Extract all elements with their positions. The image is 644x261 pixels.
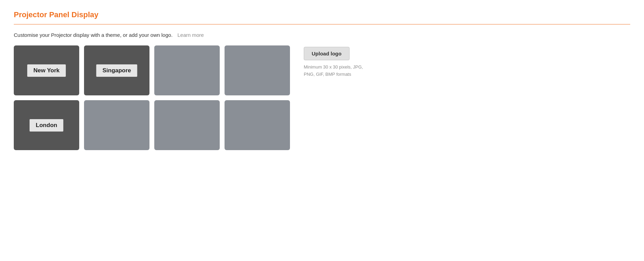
upload-hint: Minimum 30 x 30 pixels, JPG, PNG, GIF, B…	[304, 64, 366, 78]
upload-logo-button[interactable]: Upload logo	[304, 47, 350, 60]
theme-card-london[interactable]: London	[14, 100, 79, 150]
theme-label-london: London	[30, 119, 63, 132]
theme-card-empty-5[interactable]	[225, 100, 290, 150]
theme-card-new-york[interactable]: New York	[14, 45, 79, 95]
theme-card-empty-2[interactable]	[225, 45, 290, 95]
main-layout: New YorkSingaporeLondon Upload logo Mini…	[14, 45, 630, 150]
section-divider	[14, 24, 630, 24]
theme-card-empty-4[interactable]	[154, 100, 220, 150]
themes-grid: New YorkSingaporeLondon	[14, 45, 290, 150]
theme-label-singapore: Singapore	[96, 64, 137, 77]
theme-card-empty-1[interactable]	[154, 45, 220, 95]
description-text: Customise your Projector display with a …	[14, 32, 630, 38]
page-title: Projector Panel Display	[14, 10, 630, 19]
theme-card-singapore[interactable]: Singapore	[84, 45, 149, 95]
learn-more-link[interactable]: Learn more	[177, 32, 204, 38]
theme-label-new-york: New York	[27, 64, 66, 77]
upload-section: Upload logo Minimum 30 x 30 pixels, JPG,…	[304, 47, 366, 78]
theme-card-empty-3[interactable]	[84, 100, 149, 150]
